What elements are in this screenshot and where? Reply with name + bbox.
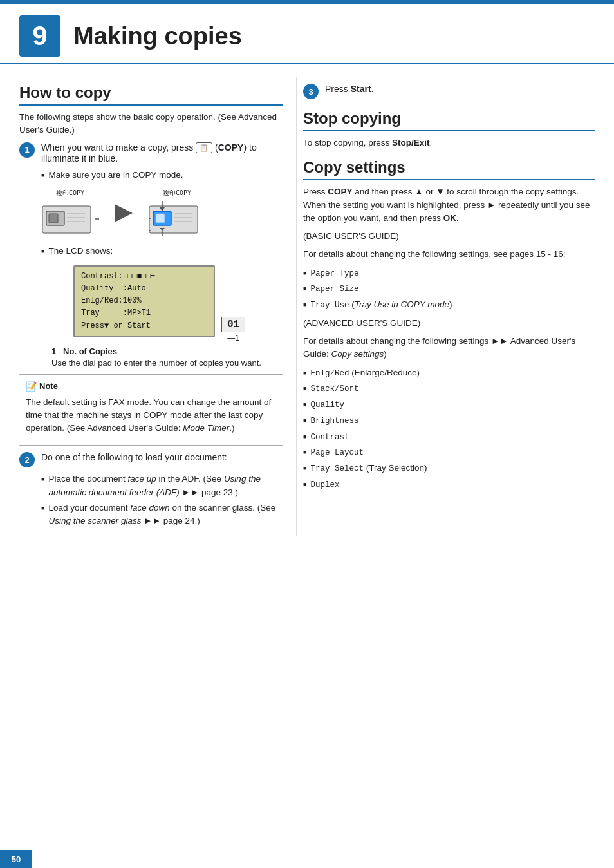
adv-bullet-1: Enlg/Red (Enlarge/Reduce) xyxy=(303,366,595,380)
svg-rect-10 xyxy=(156,214,165,223)
adv-bullet-1-text: Enlg/Red (Enlarge/Reduce) xyxy=(310,366,420,380)
note-text: The default setting is FAX mode. You can… xyxy=(26,396,277,435)
copies-caption-row: 1 No. of Copies xyxy=(51,346,283,356)
note-title: 📝 Note xyxy=(26,380,277,393)
step-1-content: When you want to make a copy, press 📋 (C… xyxy=(41,142,283,164)
step-1-bullet-text: Make sure you are in COPY mode. xyxy=(48,169,183,182)
step-3-row: 3 Press Start. xyxy=(303,84,595,99)
big-arrow-svg xyxy=(112,202,135,225)
step-3-text: Press Start. xyxy=(325,84,373,94)
note-box: 📝 Note The default setting is FAX mode. … xyxy=(19,374,283,446)
page-number-bar: 50 xyxy=(0,850,32,868)
lcd-shows-label: The LCD shows: xyxy=(41,245,283,258)
step-1-bullet: Make sure you are in COPY mode. xyxy=(41,169,283,182)
adv-guide-label: (ADVANCED USER'S GUIDE) xyxy=(303,317,595,330)
copy-settings-intro: Press COPY and then press ▲ or ▼ to scro… xyxy=(303,185,595,225)
copies-caption: 1 No. of Copies Use the dial pad to ente… xyxy=(51,346,283,368)
adv-bullet-2-text: Stack/Sort xyxy=(310,382,358,395)
copy-count-area: 01 —1 xyxy=(221,317,245,343)
adv-bullet-3-text: Quality xyxy=(310,398,344,411)
adv-bullet-4: Brightness xyxy=(303,414,595,428)
step-2-circle: 2 xyxy=(19,452,35,467)
stop-copying-title: Stop copying xyxy=(303,109,595,131)
basic-bullet-1: Paper Type xyxy=(303,267,595,280)
note-icon: 📝 xyxy=(26,380,37,393)
adv-bullet-8-text: Duplex xyxy=(310,478,339,491)
step-1-text: When you want to make a copy, press 📋 (C… xyxy=(41,142,257,164)
lcd-line-2: Quality :Auto xyxy=(81,283,207,295)
lcd-line-4: Tray :MP>T1 xyxy=(81,307,207,319)
chapter-number: 9 xyxy=(19,15,60,57)
page-number: 50 xyxy=(12,854,21,864)
diagram-left: 複印COPY xyxy=(41,189,99,238)
step-3-content: Press Start. xyxy=(325,84,595,94)
step-2-bullet-1-text: Place the document face up in the ADF. (… xyxy=(48,473,283,499)
basic-bullet-3-text: Tray Use (Tray Use in COPY mode) xyxy=(310,298,452,312)
copy-keyword: COPY xyxy=(218,142,244,153)
step-2-indent: Place the document face up in the ADF. (… xyxy=(41,473,283,527)
lcd-line-5: Press▼ or Start xyxy=(81,320,207,332)
adv-bullet-8: Duplex xyxy=(303,478,595,491)
svg-rect-2 xyxy=(49,214,58,223)
adv-bullet-5-text: Contrast xyxy=(310,430,349,444)
step-2-bullet-2: Load your document face down on the scan… xyxy=(41,502,283,528)
adv-bullet-5: Contrast xyxy=(303,430,595,444)
basic-bullet-3: Tray Use (Tray Use in COPY mode) xyxy=(303,298,595,312)
adv-guide-desc: For details about changing the following… xyxy=(303,335,595,361)
copies-number: 1 xyxy=(51,346,60,356)
lcd-display: Contrast:-□□■□□+ Quality :Auto Enlg/Red:… xyxy=(73,265,215,337)
how-to-copy-title: How to copy xyxy=(19,84,283,106)
device-right-svg xyxy=(148,200,206,238)
lcd-line-1: Contrast:-□□■□□+ xyxy=(81,270,207,283)
chapter-header: 9 Making copies xyxy=(0,4,614,64)
step-2-content: Do one of the following to load your doc… xyxy=(41,452,283,462)
step-1-indent: Make sure you are in COPY mode. xyxy=(41,169,283,182)
copy-button-inline: 📋 xyxy=(196,142,212,153)
right-column: 3 Press Start. Stop copying To stop copy… xyxy=(296,77,614,536)
step-3-circle: 3 xyxy=(303,84,319,99)
basic-guide-label: (BASIC USER'S GUIDE) xyxy=(303,230,595,243)
basic-bullet-1-text: Paper Type xyxy=(310,267,358,280)
adv-bullet-6-text: Page Layout xyxy=(310,446,364,459)
step-2-text: Do one of the following to load your doc… xyxy=(41,452,227,462)
lcd-area: Contrast:-□□■□□+ Quality :Auto Enlg/Red:… xyxy=(51,260,283,343)
step-1-circle: 1 xyxy=(19,142,35,158)
left-column: How to copy The following steps show the… xyxy=(0,77,296,536)
adv-bullet-3: Quality xyxy=(303,398,595,411)
stop-copying-text: To stop copying, press Stop/Exit. xyxy=(303,137,595,149)
diagram-arrow-container xyxy=(112,202,135,225)
device-left-container xyxy=(41,200,99,238)
adv-bullet-7: Tray Select (Tray Selection) xyxy=(303,462,595,475)
basic-guide-desc: For details about changing the following… xyxy=(303,248,595,261)
step-2-bullet-2-text: Load your document face down on the scan… xyxy=(48,502,283,528)
adv-bullet-7-text: Tray Select (Tray Selection) xyxy=(310,462,427,475)
basic-bullet-2-text: Paper Size xyxy=(310,282,358,296)
step-2-row: 2 Do one of the following to load your d… xyxy=(19,452,283,467)
basic-bullet-2: Paper Size xyxy=(303,282,595,296)
copies-desc: Use the dial pad to enter the number of … xyxy=(51,358,283,368)
copy-settings-title: Copy settings xyxy=(303,158,595,180)
diagram-right: 複印COPY xyxy=(148,189,206,238)
copies-label: No. of Copies xyxy=(63,346,117,356)
adv-bullet-2: Stack/Sort xyxy=(303,382,595,395)
device-right-container xyxy=(148,200,206,238)
step-1-row: 1 When you want to make a copy, press 📋 … xyxy=(19,142,283,164)
lcd-bullet-text: The LCD shows: xyxy=(48,245,113,258)
copy-diagram: 複印COPY xyxy=(41,189,283,238)
device-left-svg xyxy=(41,200,99,238)
diagram-right-label: 複印COPY xyxy=(163,189,191,198)
adv-bullet-6: Page Layout xyxy=(303,446,595,459)
diagram-left-label: 複印COPY xyxy=(56,189,84,198)
chapter-title: Making copies xyxy=(73,23,242,50)
lcd-bullet: The LCD shows: xyxy=(41,245,283,258)
intro-text: The following steps show the basic copy … xyxy=(19,111,283,137)
svg-marker-7 xyxy=(115,204,133,222)
step-2-bullet-1: Place the document face up in the ADF. (… xyxy=(41,473,283,499)
note-label: Note xyxy=(39,380,58,393)
content-area: How to copy The following steps show the… xyxy=(0,71,614,536)
mode-timer-italic: Mode Timer xyxy=(183,423,229,433)
copy-count-box: 01 xyxy=(221,317,245,332)
copy-count-suffix: —1 xyxy=(227,334,239,343)
lcd-line-3: Enlg/Red:100% xyxy=(81,295,207,307)
copy-button-icon-inline: 📋 xyxy=(200,144,209,152)
